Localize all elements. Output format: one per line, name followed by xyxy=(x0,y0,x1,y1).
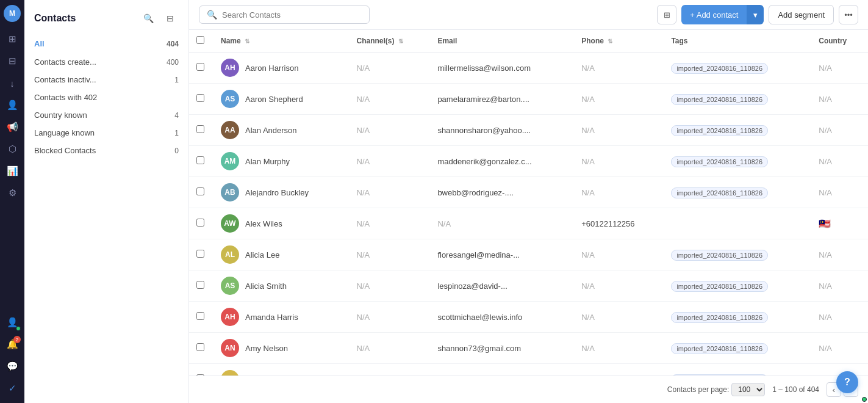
row-checkbox-cell[interactable] xyxy=(189,208,213,239)
table-row[interactable]: AL Alicia Lee N/A floresangel@medina-...… xyxy=(189,239,868,270)
add-contact-dropdown-button[interactable]: ▾ xyxy=(747,5,764,24)
row-name-cell[interactable]: AW Alex Wiles xyxy=(213,208,350,239)
row-name-cell[interactable]: AM Alan Murphy xyxy=(213,146,350,177)
row-checkbox-cell[interactable] xyxy=(189,239,213,270)
add-segment-button[interactable]: Add segment xyxy=(769,5,834,24)
contact-name[interactable]: Alan Anderson xyxy=(245,126,297,135)
row-checkbox[interactable] xyxy=(196,250,204,258)
phone-column-header[interactable]: Phone ⇅ xyxy=(574,30,664,53)
contact-name[interactable]: Alejandro Buckley xyxy=(245,188,309,197)
tag-badge: imported_20240816_110826 xyxy=(671,94,768,105)
nav-icon-grid[interactable]: ⊟ xyxy=(2,51,22,71)
name-column-header[interactable]: Name ⇅ xyxy=(213,30,350,53)
more-options-button[interactable]: ••• xyxy=(839,5,858,24)
row-checkbox-cell[interactable] xyxy=(189,270,213,302)
sidebar-filter-icon[interactable]: ⊟ xyxy=(162,10,179,27)
nav-icon-flows[interactable]: ⬡ xyxy=(2,139,22,159)
nav-icon-contacts[interactable]: 👤 xyxy=(2,95,22,115)
row-checkbox-cell[interactable] xyxy=(189,364,213,376)
contact-name[interactable]: Aaron Shepherd xyxy=(245,95,303,104)
checkmark-icon[interactable]: ✓ xyxy=(2,379,22,398)
user-profile-icon[interactable]: 👤 xyxy=(2,313,22,332)
table-row[interactable]: AH Amanda Harris N/A scottmichael@lewis.… xyxy=(189,302,868,333)
email-column-header[interactable]: Email xyxy=(430,30,574,53)
sort-icon: ⇅ xyxy=(245,38,249,45)
row-checkbox[interactable] xyxy=(196,125,204,133)
email-value: N/A xyxy=(437,219,451,228)
row-checkbox[interactable] xyxy=(196,187,204,195)
contact-name[interactable]: Alex Wiles xyxy=(245,219,282,228)
contact-name[interactable]: Alicia Smith xyxy=(245,281,287,291)
channel-column-header[interactable]: Channel(s) ⇅ xyxy=(350,30,431,53)
channel-value: N/A xyxy=(357,126,370,135)
contact-name[interactable]: Amanda Harris xyxy=(245,313,298,322)
row-country-cell: N/A xyxy=(811,333,868,364)
notifications-icon[interactable]: 🔔 2 xyxy=(2,335,22,354)
row-tags-cell: imported_20240816_110826 xyxy=(664,146,811,177)
row-checkbox-cell[interactable] xyxy=(189,333,213,364)
table-row[interactable]: AN Amy Nelson N/A shannon73@gmail.com N/… xyxy=(189,333,868,364)
row-checkbox[interactable] xyxy=(196,94,204,102)
nav-icon-download[interactable]: ↓ xyxy=(2,73,22,93)
add-contact-main-button[interactable]: + Add contact xyxy=(681,5,747,24)
row-checkbox[interactable] xyxy=(196,281,204,289)
user-avatar[interactable]: M xyxy=(4,5,21,22)
contacts-table-container: Name ⇅ Channel(s) ⇅ Email Phone ⇅ Tags C… xyxy=(189,30,868,376)
sidebar-item-contacts-inactive[interactable]: Contacts inactiv... 1 xyxy=(24,71,188,89)
nav-icon-settings[interactable]: ⚙ xyxy=(2,183,22,203)
per-page-select[interactable]: 100 50 25 xyxy=(731,383,765,396)
nav-icon-home[interactable]: ⊞ xyxy=(2,29,22,49)
contact-name[interactable]: Alicia Lee xyxy=(245,250,279,260)
row-checkbox[interactable] xyxy=(196,312,204,320)
search-input[interactable] xyxy=(222,10,362,20)
contact-name[interactable]: Alan Murphy xyxy=(245,157,290,166)
row-name-cell[interactable]: AA Alan Anderson xyxy=(213,115,350,146)
row-checkbox[interactable] xyxy=(196,156,204,164)
filter-button[interactable]: ⊞ xyxy=(657,5,676,24)
table-row[interactable]: AH Aaron Harrison N/A millermelissa@wils… xyxy=(189,53,868,84)
row-checkbox-cell[interactable] xyxy=(189,84,213,115)
row-name-cell[interactable]: AN Amy Nelson xyxy=(213,333,350,364)
contact-avatar: AB xyxy=(221,183,239,202)
row-name-cell[interactable]: AB Angel Barnett xyxy=(213,364,350,376)
country-column-header[interactable]: Country xyxy=(811,30,868,53)
table-row[interactable]: AW Alex Wiles N/A N/A +60122112256 🇲🇾 xyxy=(189,208,868,239)
row-checkbox[interactable] xyxy=(196,63,204,71)
sidebar-item-blocked[interactable]: Blocked Contacts 0 xyxy=(24,142,188,159)
row-name-cell[interactable]: AB Alejandro Buckley xyxy=(213,177,350,208)
row-checkbox-cell[interactable] xyxy=(189,177,213,208)
table-row[interactable]: AA Alan Anderson N/A shannonsharon@yahoo… xyxy=(189,115,868,146)
sidebar-search-icon[interactable]: 🔍 xyxy=(140,10,157,27)
tags-column-header[interactable]: Tags xyxy=(664,30,811,53)
row-name-cell[interactable]: AS Alicia Smith xyxy=(213,270,350,302)
row-checkbox-cell[interactable] xyxy=(189,53,213,84)
sidebar-item-language-known[interactable]: Language known 1 xyxy=(24,124,188,142)
table-row[interactable]: AB Alejandro Buckley N/A bwebb@rodriguez… xyxy=(189,177,868,208)
row-name-cell[interactable]: AH Aaron Harrison xyxy=(213,53,350,84)
nav-icon-reports[interactable]: 📊 xyxy=(2,161,22,181)
table-row[interactable]: AS Alicia Smith N/A lespinoza@david-... … xyxy=(189,270,868,302)
row-tags-cell: imported_20240816_110826 xyxy=(664,302,811,333)
sidebar-item-contacts-create[interactable]: Contacts create... 400 xyxy=(24,53,188,71)
table-row[interactable]: AS Aaron Shepherd N/A pamelaramirez@bart… xyxy=(189,84,868,115)
select-all-checkbox[interactable] xyxy=(196,36,204,44)
row-checkbox-cell[interactable] xyxy=(189,115,213,146)
row-checkbox[interactable] xyxy=(196,219,204,227)
row-checkbox-cell[interactable] xyxy=(189,146,213,177)
help-button[interactable]: ? xyxy=(836,371,858,393)
table-row[interactable]: AM Alan Murphy N/A maddenerik@gonzalez.c… xyxy=(189,146,868,177)
nav-icon-broadcast[interactable]: 📢 xyxy=(2,117,22,137)
table-row[interactable]: AB Angel Barnett N/A broberts@yahoo.com … xyxy=(189,364,868,376)
contact-name[interactable]: Amy Nelson xyxy=(245,344,288,353)
row-name-cell[interactable]: AS Aaron Shepherd xyxy=(213,84,350,115)
sidebar-item-contacts-with-tags[interactable]: Contacts with 402 xyxy=(24,89,188,106)
row-name-cell[interactable]: AL Alicia Lee xyxy=(213,239,350,270)
chat-icon[interactable]: 💬 xyxy=(2,357,22,376)
select-all-header[interactable] xyxy=(189,30,213,53)
contact-name[interactable]: Aaron Harrison xyxy=(245,64,298,73)
row-checkbox-cell[interactable] xyxy=(189,302,213,333)
sidebar-item-country-known[interactable]: Country known 4 xyxy=(24,106,188,124)
row-name-cell[interactable]: AH Amanda Harris xyxy=(213,302,350,333)
row-checkbox[interactable] xyxy=(196,343,204,351)
sidebar-item-all[interactable]: All 404 xyxy=(24,34,188,53)
